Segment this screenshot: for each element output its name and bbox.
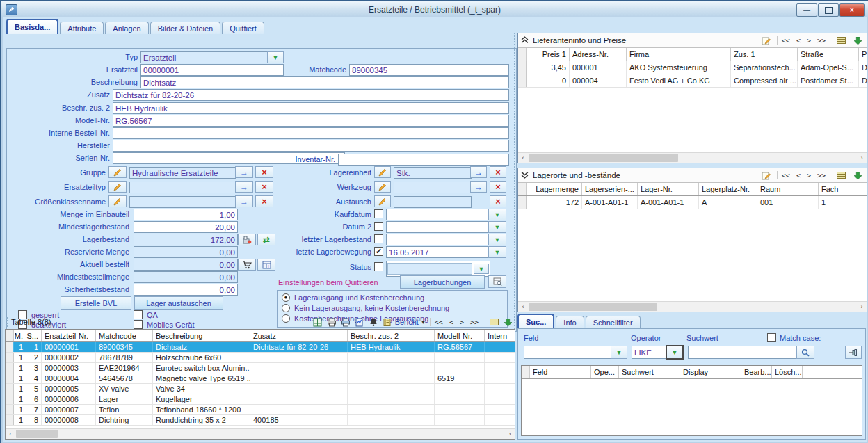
typ-dropdown-button[interactable]: ▼ [267, 51, 284, 63]
lagerorte-hscrollbar[interactable]: ‹ › [518, 301, 867, 312]
status-select[interactable] [387, 263, 472, 275]
row-gutter[interactable] [6, 363, 14, 373]
green-down-arrow-icon[interactable] [851, 35, 864, 46]
letzter-lagerbestand-checkbox[interactable] [374, 234, 383, 243]
reservierte-menge-field[interactable]: 0,00 [134, 246, 238, 258]
tab-bilder-dateien[interactable]: Bilder & Dateien [150, 22, 221, 34]
table-row[interactable]: 140000000454645678Magnetic valve Type 65… [6, 373, 515, 384]
lagereinheit-goto-button[interactable]: → [470, 166, 487, 178]
toolbar-handle[interactable] [6, 317, 8, 327]
scroll-left-icon[interactable]: ‹ [518, 302, 528, 312]
column-header[interactable]: Suchwert [619, 366, 680, 378]
beschr-zus-2-field[interactable]: HEB Hydraulik [113, 102, 509, 114]
nav-first-button[interactable]: << [782, 37, 790, 45]
lieferanten-hscrollbar[interactable]: ‹ › [518, 152, 867, 163]
mindestbestellmenge-field[interactable]: 0,00 [134, 271, 238, 283]
row-gutter[interactable] [518, 74, 527, 87]
austausch-field[interactable] [394, 196, 472, 208]
scroll-right-icon[interactable]: › [505, 429, 515, 439]
column-header[interactable]: Beschreibung [153, 330, 250, 341]
lagerbestand-field[interactable]: 172,00 [134, 234, 238, 245]
zusatz-field[interactable]: Dichtsatz für 82-20-26 [113, 89, 509, 101]
gruppe-field[interactable]: Hydraulische Ersatzteile [129, 167, 236, 179]
nav-next-button[interactable]: > [807, 172, 811, 179]
nav-prev-button[interactable]: < [449, 319, 453, 326]
matchcode-field[interactable]: 89000345 [349, 64, 509, 76]
close-button[interactable]: × [839, 3, 865, 17]
row-gutter[interactable] [518, 61, 527, 74]
tab-info[interactable]: Info [556, 316, 584, 328]
nav-last-button[interactable]: >> [470, 319, 479, 326]
row-gutter[interactable] [6, 415, 14, 425]
groessenklassenname-field[interactable] [129, 196, 236, 208]
datum-2-checkbox[interactable] [374, 222, 383, 231]
column-header[interactable]: M. [14, 330, 26, 341]
kaufdatum-checkbox[interactable] [374, 209, 383, 218]
letzte-lagerbewegung-dropdown-button[interactable]: ▼ [488, 246, 506, 258]
werkzeug-edit-button[interactable] [374, 181, 391, 193]
column-header[interactable]: S... [26, 330, 42, 341]
interne-bestell-nr-field[interactable] [113, 127, 509, 139]
column-header[interactable]: Raum [757, 183, 819, 195]
hersteller-field[interactable] [113, 140, 509, 152]
table-row[interactable]: 172A-001-A01-1A-001-A01-1A0011A0 [518, 196, 867, 209]
row-gutter[interactable] [6, 373, 14, 383]
ersatzteiltyp-edit-button[interactable] [108, 181, 127, 193]
column-header[interactable]: Straße [798, 48, 859, 61]
table-row[interactable]: 1300000003EAE201964Eurotec switch box Al… [6, 363, 515, 373]
werkzeug-clear-button[interactable]: × [490, 181, 506, 193]
row-gutter[interactable] [6, 394, 14, 404]
row-gutter[interactable] [6, 353, 14, 362]
column-header[interactable]: Lösch... [772, 366, 803, 378]
column-header[interactable]: Display [680, 366, 741, 378]
column-header[interactable]: Zusatz [250, 330, 348, 341]
green-down-arrow-icon[interactable] [851, 170, 864, 181]
operator-input[interactable]: LIKE [632, 346, 668, 359]
row-gutter[interactable] [6, 405, 14, 414]
feld-input[interactable] [524, 346, 613, 359]
austausch-edit-button[interactable] [374, 195, 391, 207]
grid-view-icon[interactable] [835, 35, 847, 46]
column-header[interactable]: Lagerserien-... [582, 183, 638, 195]
green-down-arrow-icon[interactable] [501, 316, 514, 328]
tab-suchen[interactable]: Suc... [517, 314, 554, 328]
main-table-hscrollbar[interactable]: ‹ › [6, 428, 515, 439]
row-gutter[interactable] [6, 330, 14, 341]
tab-attribute[interactable]: Attribute [60, 22, 104, 34]
row-gutter[interactable] [6, 384, 14, 394]
modell-nr-field[interactable]: RG.56567 [113, 115, 509, 127]
table-row[interactable]: 1800000008DichtringRunddichtring 35 x 24… [6, 415, 515, 426]
table-row[interactable]: 1500000005XV valveValve 34 [6, 384, 515, 394]
scroll-left-icon[interactable]: ‹ [6, 429, 15, 439]
column-header[interactable]: Lagerplatz-Nr. [699, 183, 757, 195]
column-header[interactable]: Bearb... [741, 366, 772, 378]
table-row[interactable]: 120000000278678789Holzschraube 6x60 [6, 353, 515, 363]
pin-button[interactable] [845, 346, 862, 359]
datum-2-field[interactable] [386, 221, 490, 233]
nav-first-button[interactable]: << [435, 319, 443, 326]
lagerbuchungen-detail-button[interactable] [488, 275, 506, 288]
kaufdatum-dropdown-button[interactable]: ▼ [488, 209, 506, 220]
letzte-lagerbewegung-checkbox[interactable]: ✓ [374, 247, 383, 256]
match-case-checkbox[interactable] [767, 333, 776, 342]
print-settings-icon[interactable] [339, 316, 352, 328]
table-row[interactable]: 0000004Festo Vedi AG + Co.KGCompressed a… [518, 74, 867, 88]
column-header[interactable]: Intern [485, 330, 515, 341]
nav-last-button[interactable]: >> [817, 172, 826, 179]
lagereinheit-clear-button[interactable]: × [490, 166, 506, 178]
groessenklassenname-edit-button[interactable] [108, 195, 127, 207]
scroll-thumb[interactable] [16, 430, 58, 438]
tab-basisdaten[interactable]: Basisda... [6, 19, 58, 34]
match-case-row[interactable]: Match case: [767, 333, 821, 342]
gruppe-edit-button[interactable] [108, 166, 127, 178]
operator-dropdown-button[interactable]: ▼ [666, 345, 684, 360]
tab-quittiert[interactable]: Quittiert [222, 22, 264, 34]
werkzeug-goto-button[interactable]: → [470, 181, 487, 193]
table-row[interactable]: 1600000006LagerKugellager [6, 394, 515, 405]
scroll-thumb[interactable] [529, 154, 678, 162]
scroll-right-icon[interactable]: › [857, 153, 867, 163]
table-row[interactable]: 110000000189000345DichtsatzDichtsatz für… [6, 342, 515, 353]
lager-austauschen-button[interactable]: Lager austauschen [134, 296, 223, 310]
quittieren-option-1[interactable]: ● Lagerausgang und Kostenberechnung [282, 293, 507, 302]
nav-prev-button[interactable]: < [796, 37, 801, 45]
